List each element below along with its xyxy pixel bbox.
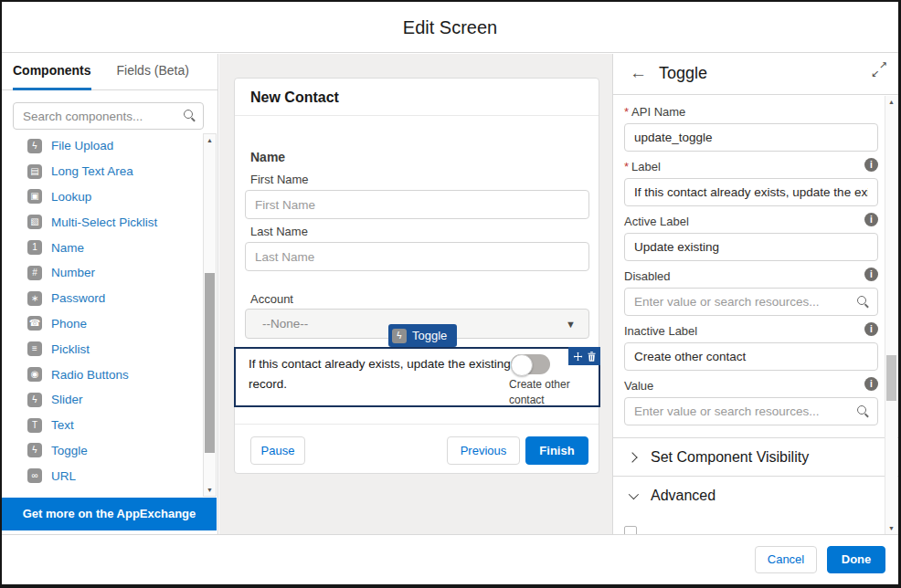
sidebar-item-name[interactable]: 1 Name bbox=[2, 235, 199, 260]
info-icon[interactable] bbox=[864, 268, 878, 281]
value-resource-input[interactable] bbox=[624, 397, 878, 425]
sidebar-item-label: Multi-Select Picklist bbox=[51, 215, 157, 229]
advanced-checkbox[interactable] bbox=[624, 526, 637, 534]
expand-panel-icon[interactable]: ↗↙ bbox=[871, 61, 887, 78]
url-icon: ∞ bbox=[27, 468, 42, 483]
label-input[interactable] bbox=[624, 178, 878, 206]
search-resource-icon[interactable] bbox=[857, 405, 870, 418]
back-arrow-icon[interactable]: ← bbox=[630, 63, 647, 83]
sidebar-scrollbar[interactable]: ▲ ▼ bbox=[203, 133, 217, 497]
info-icon[interactable] bbox=[864, 158, 878, 172]
screen-preview-card: New Contact Name First Name Last Name Ac… bbox=[234, 78, 599, 474]
api-name-label: *API Name bbox=[624, 105, 878, 119]
toggle-component-label: If this contact already exists, update t… bbox=[249, 354, 515, 394]
file-upload-icon: ϟ bbox=[27, 139, 42, 153]
appexchange-button[interactable]: Get more on the AppExchange bbox=[2, 498, 217, 530]
disabled-resource-input[interactable] bbox=[624, 288, 878, 316]
long-text-area-icon: ▤ bbox=[27, 164, 42, 179]
value-field-group: Value bbox=[624, 379, 878, 425]
toggle-switch[interactable] bbox=[511, 354, 550, 374]
sidebar-item-long-text-area[interactable]: ▤ Long Text Area bbox=[2, 159, 199, 184]
sidebar-item-label: Password bbox=[51, 291, 105, 305]
scrollbar-thumb[interactable] bbox=[205, 273, 215, 453]
label-label: *Label bbox=[624, 160, 878, 173]
active-label-label: Active Label bbox=[624, 215, 878, 228]
active-label-input[interactable] bbox=[624, 233, 878, 261]
footer-divider bbox=[235, 424, 599, 425]
toggle-component-icon: ϟ bbox=[392, 329, 407, 343]
inactive-label-input[interactable] bbox=[624, 342, 878, 371]
sidebar-item-phone[interactable]: ☎ Phone bbox=[2, 311, 199, 337]
previous-button[interactable]: Previous bbox=[447, 436, 520, 465]
pause-button[interactable]: Pause bbox=[250, 436, 305, 465]
picklist-icon: ≡ bbox=[27, 341, 42, 356]
scroll-up-arrow-icon[interactable]: ▲ bbox=[204, 134, 216, 146]
sidebar-item-multi-select-picklist[interactable]: ▧ Multi-Select Picklist bbox=[2, 209, 199, 235]
text-icon: T bbox=[27, 418, 42, 433]
scrollbar-thumb[interactable] bbox=[886, 355, 896, 401]
section-advanced[interactable]: Advanced bbox=[613, 477, 898, 514]
done-button[interactable]: Done bbox=[827, 546, 885, 573]
scroll-down-arrow-icon[interactable]: ▼ bbox=[204, 484, 216, 496]
move-icon[interactable] bbox=[573, 352, 583, 362]
sidebar-item-slider[interactable]: ϟ Slider bbox=[2, 387, 199, 413]
sidebar-item-label: Long Text Area bbox=[51, 164, 133, 178]
sidebar-item-number[interactable]: # Number bbox=[2, 260, 199, 286]
name-icon: 1 bbox=[27, 240, 42, 255]
phone-icon: ☎ bbox=[27, 316, 42, 331]
tab-fields-beta[interactable]: Fields (Beta) bbox=[117, 54, 189, 90]
sidebar-item-picklist[interactable]: ≡ Picklist bbox=[2, 336, 199, 362]
screen-title: New Contact bbox=[235, 79, 599, 116]
selected-toggle-component[interactable]: If this contact already exists, update t… bbox=[234, 347, 600, 407]
last-name-label: Last Name bbox=[250, 225, 308, 238]
sidebar-item-file-upload[interactable]: ϟ File Upload bbox=[2, 133, 199, 159]
properties-scrollbar[interactable]: ▲ ▼ bbox=[885, 96, 897, 534]
page-title: Edit Screen bbox=[403, 17, 497, 37]
sidebar-item-radio-buttons[interactable]: ◉ Radio Buttons bbox=[2, 362, 199, 387]
account-selected-value: --None-- bbox=[262, 317, 308, 331]
sidebar-item-toggle[interactable]: ϟ Toggle bbox=[2, 438, 199, 464]
info-icon[interactable] bbox=[864, 322, 878, 336]
toggle-properties-panel: ← Toggle ↗↙ *API Name *Label Active Labe… bbox=[613, 54, 898, 534]
toggle-inactive-caption: Create other contact bbox=[509, 377, 578, 408]
section-label: Set Component Visibility bbox=[651, 449, 809, 466]
sidebar-item-label: File Upload bbox=[51, 139, 113, 152]
section-set-component-visibility[interactable]: Set Component Visibility bbox=[613, 438, 898, 476]
info-icon[interactable] bbox=[864, 213, 878, 226]
api-name-input[interactable] bbox=[624, 123, 878, 152]
first-name-field[interactable] bbox=[245, 190, 589, 219]
inactive-label-label: Inactive Label bbox=[624, 324, 878, 338]
first-name-label: First Name bbox=[250, 173, 309, 186]
account-label: Account bbox=[250, 292, 293, 306]
delete-icon[interactable] bbox=[588, 352, 596, 362]
tab-components[interactable]: Components bbox=[13, 54, 91, 90]
sidebar-item-lookup[interactable]: ▣ Lookup bbox=[2, 184, 199, 210]
sidebar-item-url[interactable]: ∞ URL bbox=[2, 463, 199, 488]
sidebar-item-label: Number bbox=[51, 266, 95, 279]
name-section-label: Name bbox=[250, 150, 285, 164]
dialog-body: Components Fields (Beta) ϟ File Upload ▤… bbox=[2, 54, 898, 534]
dropdown-arrow-icon: ▼ bbox=[566, 319, 576, 330]
value-label: Value bbox=[624, 379, 878, 393]
search-input[interactable] bbox=[13, 102, 204, 130]
search-resource-icon[interactable] bbox=[857, 296, 870, 309]
cancel-button[interactable]: Cancel bbox=[755, 546, 817, 573]
sidebar-item-password[interactable]: ∗ Password bbox=[2, 286, 199, 311]
api-name-field-group: *API Name bbox=[624, 105, 878, 152]
radio-buttons-icon: ◉ bbox=[27, 367, 42, 382]
scroll-up-arrow-icon[interactable]: ▲ bbox=[885, 96, 897, 108]
properties-title: Toggle bbox=[659, 64, 707, 83]
required-asterisk: * bbox=[624, 160, 629, 173]
search-icon bbox=[184, 110, 196, 122]
sidebar-item-label: Radio Buttons bbox=[51, 368, 129, 382]
scroll-down-arrow-icon[interactable]: ▼ bbox=[885, 522, 897, 534]
info-icon[interactable] bbox=[864, 377, 878, 391]
last-name-field[interactable] bbox=[245, 242, 589, 271]
active-label-field-group: Active Label bbox=[624, 215, 878, 261]
password-icon: ∗ bbox=[27, 291, 42, 306]
sidebar-item-text[interactable]: T Text bbox=[2, 413, 199, 438]
search-components-box bbox=[13, 102, 204, 130]
dialog-header: Edit Screen bbox=[2, 2, 898, 53]
toggle-drag-badge[interactable]: ϟ Toggle bbox=[388, 324, 457, 347]
finish-button[interactable]: Finish bbox=[525, 436, 588, 465]
